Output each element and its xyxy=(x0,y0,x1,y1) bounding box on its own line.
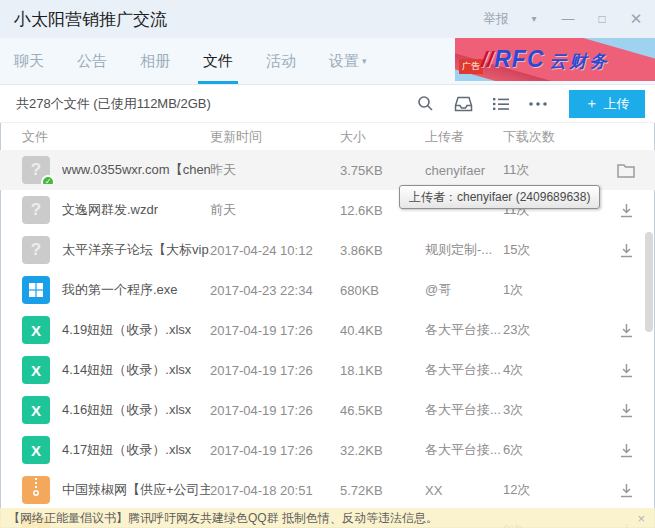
file-downloads: 12次 xyxy=(503,481,603,499)
column-header-updated[interactable]: 更新时间 xyxy=(210,128,340,146)
ad-tag-label: 广告 xyxy=(459,59,483,74)
file-downloads: 6次 xyxy=(503,441,603,459)
excel-file-icon: X xyxy=(22,356,50,384)
list-view-icon xyxy=(493,97,509,111)
more-button[interactable] xyxy=(529,102,547,106)
ad-brand-text: RFC xyxy=(494,46,544,72)
file-name: 中国辣椒网【供应+公司主... xyxy=(62,481,210,499)
file-uploader[interactable]: @哥 xyxy=(425,281,503,299)
file-uploader[interactable]: 各大平台接... xyxy=(425,321,503,339)
chevron-down-icon[interactable]: ▾ xyxy=(525,10,543,28)
search-button[interactable] xyxy=(417,95,434,112)
unknown-file-icon: ? xyxy=(22,236,50,264)
file-size: 32.2KB xyxy=(340,443,425,458)
maximize-button[interactable]: □ xyxy=(593,10,611,28)
file-name: 4.19妞妞（收录）.xlsx xyxy=(62,321,191,339)
file-uploader[interactable]: 规则定制-... xyxy=(425,241,503,259)
file-size: 40.4KB xyxy=(340,323,425,338)
minimize-button[interactable]: — xyxy=(559,10,577,28)
file-size: 3.86KB xyxy=(340,243,425,258)
file-downloads: 23次 xyxy=(503,321,603,339)
file-time: 2017-04-23 22:34 xyxy=(210,283,340,298)
table-row[interactable]: X 4.14妞妞（收录）.xlsx 2017-04-19 17:26 18.1K… xyxy=(0,350,655,390)
uploader-tooltip: 上传者：chenyifaer (2409689638) xyxy=(399,185,600,209)
column-header-file[interactable]: 文件 xyxy=(22,128,210,146)
table-row[interactable]: ? 太平洋亲子论坛【大标vip... 2017-04-24 10:12 3.86… xyxy=(0,230,655,270)
excel-file-icon: X xyxy=(22,316,50,344)
table-row[interactable]: 我的第一个程序.exe 2017-04-23 22:34 680KB @哥 1次 xyxy=(0,270,655,310)
file-size: 46.5KB xyxy=(340,403,425,418)
table-row[interactable]: 中国辣椒网【供应+公司主... 2017-04-18 20:51 5.72KB … xyxy=(0,470,655,510)
tab-label: 聊天 xyxy=(14,52,44,71)
list-view-button[interactable] xyxy=(493,97,509,111)
file-time: 2017-04-19 17:26 xyxy=(210,363,340,378)
file-name: 4.17妞妞（收录）.xlsx xyxy=(62,441,191,459)
file-size: 3.75KB xyxy=(340,163,425,178)
file-downloads: 1次 xyxy=(503,281,603,299)
check-badge-icon: ✓ xyxy=(41,175,55,184)
file-count-summary: 共278个文件 (已使用112MB/2GB) xyxy=(16,95,407,113)
tab-album[interactable]: 相册 xyxy=(140,38,170,84)
close-icon[interactable]: × xyxy=(637,511,645,526)
file-uploader[interactable]: 各大平台接... xyxy=(425,361,503,379)
close-button[interactable]: ✕ xyxy=(627,10,645,28)
excel-file-icon: X xyxy=(22,396,50,424)
notice-text: 【网络正能量倡议书】腾讯呼吁网友共建绿色QQ群 抵制色情、反动等违法信息。 xyxy=(8,510,438,527)
file-size: 680KB xyxy=(340,283,425,298)
unknown-file-icon: ?✓ xyxy=(22,156,50,184)
file-time: 2017-04-18 20:51 xyxy=(210,483,340,498)
file-time: 2017-04-19 17:26 xyxy=(210,323,340,338)
notice-bar: 【网络正能量倡议书】腾讯呼吁网友共建绿色QQ群 抵制色情、反动等违法信息。 × xyxy=(0,508,655,528)
tab-announcement[interactable]: 公告 xyxy=(77,38,107,84)
table-row[interactable]: ?✓ www.0355wxr.com【chen... 昨天 3.75KB che… xyxy=(0,150,655,190)
tab-activity[interactable]: 活动 xyxy=(266,38,296,84)
file-downloads: 11次 xyxy=(503,161,603,179)
scrollbar[interactable] xyxy=(645,232,653,332)
tab-label: 设置 xyxy=(329,52,359,71)
file-name: 4.16妞妞（收录）.xlsx xyxy=(62,401,191,419)
upload-button[interactable]: ＋ 上传 xyxy=(569,90,645,118)
file-time: 昨天 xyxy=(210,161,340,179)
column-header-uploader[interactable]: 上传者 xyxy=(425,128,503,146)
unknown-file-icon: ? xyxy=(22,196,50,224)
windows-exe-icon xyxy=(22,276,50,304)
file-toolbar: 共278个文件 (已使用112MB/2GB) ＋ 上传 xyxy=(0,85,655,122)
file-uploader[interactable]: chenyifaer xyxy=(425,163,503,178)
folder-icon[interactable] xyxy=(617,163,635,178)
download-icon[interactable] xyxy=(619,243,634,258)
download-icon[interactable] xyxy=(619,363,634,378)
download-icon[interactable] xyxy=(619,323,634,338)
tab-files[interactable]: 文件 xyxy=(203,38,233,84)
inbox-button[interactable] xyxy=(454,96,473,112)
chevron-down-icon: ▾ xyxy=(362,56,367,66)
tab-label: 活动 xyxy=(266,52,296,71)
report-button[interactable]: 举报 xyxy=(483,10,509,28)
file-uploader[interactable]: 各大平台接... xyxy=(425,441,503,459)
ad-banner[interactable]: 广告 //RFC云财务 xyxy=(455,38,655,81)
file-uploader[interactable]: 各大平台接... xyxy=(425,401,503,419)
search-icon xyxy=(417,95,434,112)
column-header-size[interactable]: 大小 xyxy=(340,128,425,146)
tab-settings[interactable]: 设置 ▾ xyxy=(329,38,367,84)
download-icon[interactable] xyxy=(619,203,634,218)
file-downloads: 3次 xyxy=(503,401,603,419)
tab-label: 相册 xyxy=(140,52,170,71)
download-icon[interactable] xyxy=(619,403,634,418)
zip-file-icon xyxy=(22,476,50,504)
question-glyph: ? xyxy=(31,200,41,220)
excel-x-glyph: X xyxy=(31,362,41,379)
column-header-downloads[interactable]: 下载次数 xyxy=(503,128,603,146)
table-row[interactable]: X 4.17妞妞（收录）.xlsx 2017-04-19 17:26 32.2K… xyxy=(0,430,655,470)
question-glyph: ? xyxy=(31,240,41,260)
file-name: 我的第一个程序.exe xyxy=(62,281,178,299)
excel-x-glyph: X xyxy=(31,402,41,419)
excel-x-glyph: X xyxy=(31,442,41,459)
file-uploader[interactable]: XX xyxy=(425,483,503,498)
download-icon[interactable] xyxy=(619,483,634,498)
download-icon[interactable] xyxy=(619,443,634,458)
file-time: 2017-04-19 17:26 xyxy=(210,403,340,418)
file-name: 太平洋亲子论坛【大标vip... xyxy=(62,241,210,259)
table-row[interactable]: X 4.16妞妞（收录）.xlsx 2017-04-19 17:26 46.5K… xyxy=(0,390,655,430)
table-row[interactable]: X 4.19妞妞（收录）.xlsx 2017-04-19 17:26 40.4K… xyxy=(0,310,655,350)
tab-chat[interactable]: 聊天 xyxy=(14,38,44,84)
